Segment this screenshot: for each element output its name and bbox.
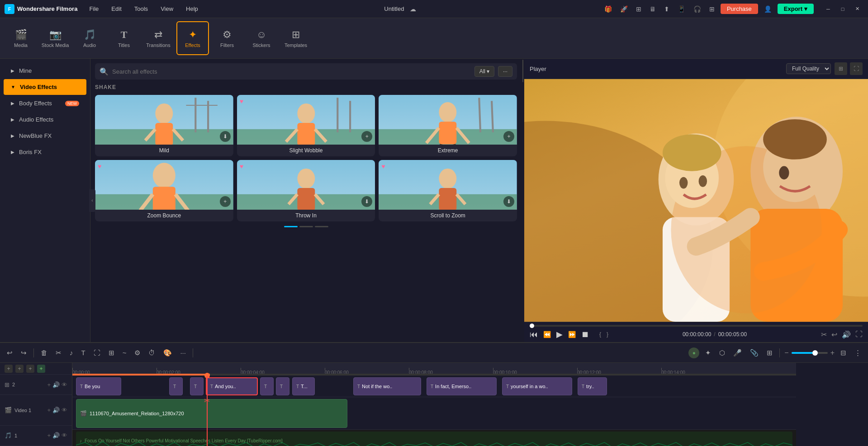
more-options-button[interactable]: ··· <box>498 66 512 77</box>
color-button[interactable]: 🎨 <box>161 347 174 358</box>
sidebar-item-video-effects[interactable]: ▼ Video Effects <box>4 79 86 95</box>
menu-view[interactable]: View <box>158 5 176 13</box>
effect-card-slight-wobble[interactable]: ♥ + Slight Wobble <box>237 95 375 156</box>
delete-button[interactable]: 🗑 <box>38 347 50 358</box>
play-button[interactable]: ▶ <box>556 329 563 339</box>
progress-bar[interactable] <box>530 325 863 327</box>
toolbar-titles[interactable]: T Titles <box>108 21 140 55</box>
text-clip-3[interactable]: T <box>190 377 204 395</box>
step-back-button[interactable]: ⏮ <box>530 330 538 339</box>
menu-edit[interactable]: Edit <box>109 5 124 13</box>
clip-button[interactable]: 📎 <box>748 347 761 358</box>
add-ai-button[interactable]: ✦ <box>37 365 45 373</box>
track-volume-btn[interactable]: 🔊 <box>52 432 60 439</box>
track-volume-btn[interactable]: 🔊 <box>52 381 60 388</box>
sidebar-item-newblue-fx[interactable]: ▶ NewBlue FX <box>4 128 86 144</box>
speed-icon[interactable]: ↩ <box>831 330 837 339</box>
minimize-button[interactable]: ─ <box>822 5 835 14</box>
toolbar-stock-media[interactable]: 📷 Stock Media <box>39 21 71 55</box>
device-icon[interactable]: 🖥 <box>647 5 658 14</box>
text-clip-5[interactable]: T <box>276 377 289 395</box>
audio-button[interactable]: ♪ <box>67 347 76 358</box>
zoom-out-button[interactable]: − <box>784 349 788 357</box>
crop-button[interactable]: ⛶ <box>91 347 103 358</box>
sidebar-item-boris-fx[interactable]: ▶ Boris FX <box>4 144 86 160</box>
track-visible-btn[interactable]: 👁 <box>62 381 67 388</box>
toolbar-transitions[interactable]: ⇄ Transitions <box>142 21 175 55</box>
menu-tools[interactable]: Tools <box>132 5 151 13</box>
zoom-in-button[interactable]: + <box>830 349 835 357</box>
toolbar-templates[interactable]: ⊞ Templates <box>280 21 312 55</box>
frame-back-button[interactable]: ⏪ <box>543 331 551 338</box>
cut-icon[interactable]: ✂ <box>821 330 827 339</box>
video-clip[interactable]: 🎬 1110670_Amusement_Relation_1280x720 <box>76 399 347 428</box>
effect-card-scroll-to-zoom[interactable]: ♥ ⬇ Scroll to Zoom <box>379 160 517 221</box>
rocket-icon[interactable]: 🚀 <box>618 5 630 14</box>
effect-card-throw-in[interactable]: ♥ ⬇ Throw In <box>237 160 375 221</box>
add-audio-button[interactable]: + <box>15 365 24 373</box>
fullscreen-button[interactable]: ⛶ <box>850 62 863 75</box>
text-clip-and-you[interactable]: T And you.. <box>206 377 258 395</box>
text-clip-2[interactable]: T <box>169 377 183 395</box>
split-button[interactable]: ⊞ <box>764 347 775 358</box>
track-volume-btn[interactable]: 🔊 <box>52 407 60 413</box>
quality-selector[interactable]: Full Quality <box>786 63 831 74</box>
filter-all-button[interactable]: All ▾ <box>474 66 494 77</box>
frame-forward-button[interactable]: ⏩ <box>568 331 576 338</box>
layout-button[interactable]: ⊟ <box>838 347 849 358</box>
volume-icon[interactable]: 🔊 <box>842 330 851 339</box>
close-button[interactable]: ✕ <box>851 5 863 14</box>
toolbar-audio[interactable]: 🎵 Audio <box>73 21 106 55</box>
expand-button[interactable]: ⋮ <box>852 347 863 358</box>
maximize-button[interactable]: □ <box>836 5 849 14</box>
sidebar-item-mine[interactable]: ▶ Mine <box>4 63 86 79</box>
text-clip-be-you[interactable]: T Be you <box>76 377 121 395</box>
audio-clip[interactable]: ♪ Focus On Yourself Not Others Powerful … <box>76 432 792 446</box>
redo-button[interactable]: ↪ <box>19 347 29 358</box>
track-visible-btn[interactable]: 👁 <box>62 432 67 439</box>
text-button[interactable]: T <box>79 347 88 358</box>
effect-card-mild[interactable]: ⬇ Mild <box>95 95 233 156</box>
toolbar-media[interactable]: 🎬 Media <box>5 21 37 55</box>
scissors-button[interactable]: ✂ <box>53 347 64 358</box>
phone-icon[interactable]: 📱 <box>675 5 688 14</box>
grid-view-button[interactable]: ⊞ <box>835 62 847 75</box>
text-clip-not-if[interactable]: T Not if the wo.. <box>353 377 421 395</box>
toolbar-filters[interactable]: ⚙ Filters <box>211 21 243 55</box>
ripple-button[interactable]: ~ <box>120 347 129 358</box>
zoom-slider[interactable] <box>792 352 828 354</box>
menu-file[interactable]: File <box>86 5 101 13</box>
track-add-btn[interactable]: + <box>47 407 51 413</box>
effect-card-zoom-bounce[interactable]: ♥ + Zoom Bounce <box>95 160 233 221</box>
crop-icon[interactable]: ⛶ <box>855 330 863 338</box>
search-input[interactable] <box>112 68 471 75</box>
sidebar-collapse-button[interactable]: ‹ <box>89 189 95 212</box>
timeline-tracks[interactable]: 00:00:00 00:00:02:00 00:00:04:00 00:00:0… <box>72 363 868 446</box>
undo-button[interactable]: ↩ <box>5 347 15 358</box>
record-button[interactable]: ● <box>688 347 699 358</box>
group-button[interactable]: ⊞ <box>106 347 117 358</box>
purchase-button[interactable]: Purchase <box>721 4 758 14</box>
gift-icon[interactable]: 🎁 <box>602 5 614 14</box>
user-avatar[interactable]: 👤 <box>762 5 774 14</box>
export-button[interactable]: Export ▾ <box>778 4 814 14</box>
sidebar-item-body-effects[interactable]: ▶ Body Effects NEW <box>4 95 86 111</box>
more-tl-button[interactable]: ··· <box>178 347 188 358</box>
sidebar-item-audio-effects[interactable]: ▶ Audio Effects <box>4 112 86 127</box>
adjust-button[interactable]: ⚙ <box>132 347 142 358</box>
text-clip-yourself[interactable]: T yourself in a wo.. <box>502 377 572 395</box>
effect-card-extreme[interactable]: + Extreme <box>379 95 517 156</box>
menu-help[interactable]: Help <box>183 5 201 13</box>
add-subtitle-button[interactable]: + <box>26 365 34 373</box>
text-clip-t[interactable]: T T... <box>292 377 315 395</box>
grid-icon[interactable]: ⊞ <box>634 5 644 14</box>
toolbar-effects[interactable]: ✦ Effects <box>176 21 209 55</box>
voiceover-button[interactable]: 🎤 <box>731 347 744 358</box>
cloud-icon[interactable]: ☁ <box>408 5 418 14</box>
text-clip-4[interactable]: T <box>260 377 274 395</box>
stop-button[interactable]: ⏹ <box>581 330 589 339</box>
track-visible-btn[interactable]: 👁 <box>62 407 67 413</box>
toolbar-stickers[interactable]: ☺ Stickers <box>245 21 278 55</box>
apps-icon[interactable]: ⊞ <box>707 5 717 14</box>
speed-button[interactable]: ⏱ <box>146 347 157 358</box>
